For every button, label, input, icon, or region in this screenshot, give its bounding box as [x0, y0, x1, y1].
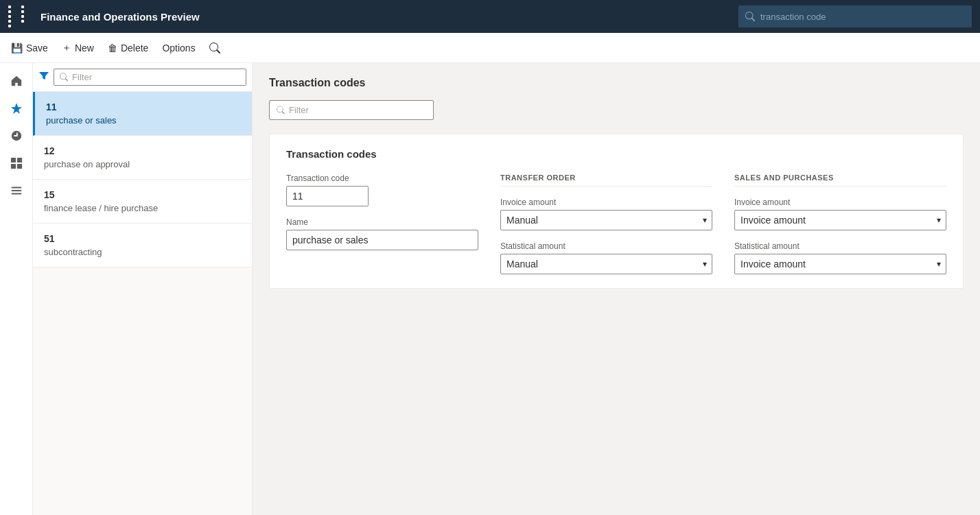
detail-filter-area: [269, 100, 964, 120]
list-item[interactable]: 51 subcontracting: [33, 224, 252, 267]
transfer-statistical-select[interactable]: Manual Invoice amount Zero: [500, 254, 712, 274]
list-item-name: finance lease / hire purchase: [44, 203, 241, 213]
global-search[interactable]: [738, 5, 972, 27]
transfer-invoice-label: Invoice amount: [500, 197, 712, 207]
transaction-code-label: Transaction code: [286, 173, 478, 183]
search-button[interactable]: [204, 38, 226, 58]
list-item-name: purchase or sales: [46, 115, 241, 125]
list-filter-input[interactable]: [72, 72, 240, 82]
sales-purchases-section: Sales and Purchases Invoice amount Invoi…: [734, 173, 946, 274]
transfer-order-title: Transfer Order: [500, 173, 712, 187]
form-grid: Transaction code Name Transfer Order Inv…: [286, 173, 946, 274]
search-icon: [209, 43, 220, 53]
global-search-input[interactable]: [760, 12, 965, 22]
sales-invoice-amount-field: Invoice amount Invoice amount Manual Zer…: [734, 197, 946, 230]
list-item[interactable]: 15 finance lease / hire purchase: [33, 180, 252, 224]
svg-rect-2: [10, 164, 15, 169]
icon-rail: [0, 63, 33, 515]
detail-filter-input[interactable]: [289, 105, 426, 115]
name-input[interactable]: [286, 230, 478, 250]
sales-statistical-select-wrapper: Invoice amount Manual Zero ▾: [734, 254, 946, 274]
list-item-name: purchase on approval: [44, 159, 241, 169]
list-item[interactable]: 12 purchase on approval: [33, 136, 252, 180]
filter-icon[interactable]: [38, 71, 49, 84]
form-left: Transaction code Name: [286, 173, 478, 274]
sales-invoice-label: Invoice amount: [734, 197, 946, 207]
save-button[interactable]: 💾 Save: [5, 38, 54, 58]
sales-purchases-title: Sales and Purchases: [734, 173, 946, 187]
add-icon: ＋: [62, 42, 71, 54]
app-grid-icon[interactable]: [8, 5, 32, 27]
transfer-invoice-select[interactable]: Manual Invoice amount Zero: [500, 210, 712, 230]
list-panel: 11 purchase or sales 12 purchase on appr…: [33, 63, 253, 515]
list-item-code: 11: [46, 101, 241, 112]
svg-rect-3: [16, 164, 21, 169]
transfer-invoice-amount-field: Invoice amount Manual Invoice amount Zer…: [500, 197, 712, 230]
app-title: Finance and Operations Preview: [40, 11, 730, 23]
transfer-statistical-amount-field: Statistical amount Manual Invoice amount…: [500, 241, 712, 274]
sales-statistical-select[interactable]: Invoice amount Manual Zero: [734, 254, 946, 274]
list-filter-area: [33, 63, 252, 92]
page-title: Transaction codes: [269, 77, 964, 89]
top-nav-bar: Finance and Operations Preview: [0, 0, 980, 33]
list-filter-input-wrapper: [54, 69, 246, 86]
delete-icon: 🗑: [108, 43, 117, 53]
list-search-icon: [60, 73, 68, 82]
transfer-invoice-select-wrapper: Manual Invoice amount Zero ▾: [500, 210, 712, 230]
list-item-code: 12: [44, 145, 241, 156]
detail-filter-input-wrapper: [269, 100, 434, 120]
svg-rect-1: [16, 158, 21, 163]
form-card: Transaction codes Transaction code Name …: [269, 134, 964, 289]
list-item-code: 15: [44, 189, 241, 200]
new-button[interactable]: ＋ New: [56, 38, 100, 58]
search-icon: [745, 12, 755, 21]
sales-invoice-select-wrapper: Invoice amount Manual Zero ▾: [734, 210, 946, 230]
sales-invoice-select[interactable]: Invoice amount Manual Zero: [734, 210, 946, 230]
main-layout: 11 purchase or sales 12 purchase on appr…: [0, 63, 980, 515]
list-item[interactable]: 11 purchase or sales: [33, 92, 252, 136]
workspaces-icon[interactable]: [4, 151, 29, 176]
recent-icon[interactable]: [4, 123, 29, 148]
transfer-order-section: Transfer Order Invoice amount Manual Inv…: [500, 173, 712, 274]
name-label: Name: [286, 217, 478, 227]
detail-search-icon: [277, 106, 285, 115]
sales-statistical-label: Statistical amount: [734, 241, 946, 251]
favorites-icon[interactable]: [4, 96, 29, 121]
delete-button[interactable]: 🗑 Delete: [102, 38, 154, 58]
home-icon[interactable]: [4, 69, 29, 93]
options-button[interactable]: Options: [156, 38, 200, 58]
svg-rect-0: [10, 158, 15, 163]
transfer-statistical-label: Statistical amount: [500, 241, 712, 251]
list-scroll: 11 purchase or sales 12 purchase on appr…: [33, 92, 252, 515]
transfer-statistical-select-wrapper: Manual Invoice amount Zero ▾: [500, 254, 712, 274]
list-item-code: 51: [44, 233, 241, 244]
sales-statistical-amount-field: Statistical amount Invoice amount Manual…: [734, 241, 946, 274]
name-field: Name: [286, 217, 478, 250]
command-bar: 💾 Save ＋ New 🗑 Delete Options: [0, 33, 980, 63]
transaction-code-input[interactable]: [286, 186, 369, 206]
list-item-name: subcontracting: [44, 247, 241, 257]
detail-panel: Transaction codes Transaction codes Tran…: [253, 63, 980, 515]
transaction-code-field: Transaction code: [286, 173, 478, 206]
save-icon: 💾: [11, 43, 23, 53]
list-icon[interactable]: [4, 178, 29, 203]
form-card-title: Transaction codes: [286, 148, 946, 160]
